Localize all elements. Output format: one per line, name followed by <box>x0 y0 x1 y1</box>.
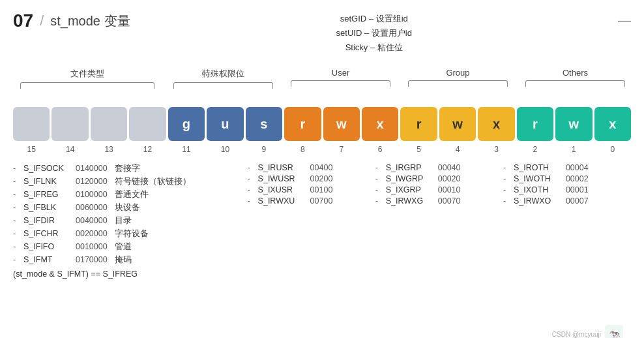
bracket-filetype-label: 文件类型 <box>70 68 104 80</box>
row-octal: 00700 <box>310 196 344 206</box>
row-symbol: S_IFDIR <box>23 216 70 225</box>
row-symbol: S_IFREG <box>23 190 70 199</box>
row-dash: - <box>13 177 18 186</box>
num-cell-1: 14 <box>51 145 88 154</box>
table-footer: (st_mode & S_IFMT) == S_IFREG <box>13 269 248 279</box>
row-symbol: S_IXUSR <box>258 185 305 194</box>
row-symbol: S_IWUSR <box>258 174 305 183</box>
row-desc: 套接字 <box>115 163 140 174</box>
table-row: -S_IXOTH00001 <box>503 185 631 194</box>
cell-3 <box>129 107 166 141</box>
cell-10: r <box>400 107 437 141</box>
row-octal: 0020000 <box>76 229 110 238</box>
num-cell-4: 11 <box>168 145 205 154</box>
table-row: -S_IRGRP00040 <box>375 163 503 172</box>
row-octal: 0100000 <box>76 190 110 199</box>
bracket-container: 文件类型 特殊权限位 User Group <box>13 67 631 94</box>
num-cell-8: 7 <box>323 145 360 154</box>
row-desc: 管道 <box>115 241 132 253</box>
cell-9: x <box>362 107 398 141</box>
minimize-button[interactable]: — <box>618 13 631 28</box>
row-octal: 0040000 <box>76 216 110 225</box>
table-col3: -S_IRGRP00040-S_IWGRP00020-S_IXGRP00010-… <box>375 163 503 279</box>
header-center-text: setGID – 设置组id setUID – 设置用户id Sticky – … <box>336 12 412 55</box>
num-cell-15: 0 <box>594 145 631 154</box>
table-row: -S_IROTH00004 <box>503 163 631 172</box>
watermark-text: CSDN @mcyuuji <box>552 330 601 339</box>
bracket-special-label: 特殊权限位 <box>202 68 244 80</box>
row-symbol: S_IRUSR <box>258 163 305 172</box>
row-symbol: S_IFIFO <box>23 242 70 251</box>
bracket-group-label: Group <box>446 68 469 78</box>
num-cell-12: 3 <box>478 145 514 154</box>
num-cell-9: 6 <box>362 145 398 154</box>
row-symbol: S_IFCHR <box>23 229 70 238</box>
cell-15: x <box>594 107 631 141</box>
cell-14: w <box>555 107 592 141</box>
row-desc: 目录 <box>115 215 132 226</box>
num-cell-2: 13 <box>91 145 127 154</box>
row-symbol: S_IXGRP <box>386 185 433 194</box>
table-row: -S_IXUSR00100 <box>248 185 375 194</box>
header-line1: setGID – 设置组id <box>336 12 412 26</box>
cell-11: w <box>439 107 476 141</box>
row-symbol: S_IRWXO <box>514 196 561 206</box>
header-line2: setUID – 设置用户id <box>336 26 412 40</box>
table-row: -S_IFSOCK0140000套接字 <box>13 163 248 174</box>
row-dash: - <box>13 216 18 225</box>
cell-0 <box>13 107 50 141</box>
table-row: -S_IWOTH00002 <box>503 174 631 183</box>
num-cell-11: 4 <box>439 145 476 154</box>
row-octal: 0170000 <box>76 255 110 264</box>
title-slash: / <box>40 12 44 29</box>
cell-13: r <box>517 107 553 141</box>
row-symbol: S_IROTH <box>514 163 561 172</box>
title-area: 07 / st_mode 变量 <box>13 10 130 31</box>
row-dash: - <box>13 164 18 173</box>
row-symbol: S_IFSOCK <box>23 164 70 173</box>
row-dash: - <box>13 229 18 238</box>
row-octal: 00007 <box>566 196 600 206</box>
bracket-special: 特殊权限位 <box>168 67 279 94</box>
row-desc: 字符设备 <box>115 228 149 239</box>
row-symbol: S_IRWXU <box>258 196 305 206</box>
row-symbol: S_IFBLK <box>23 203 70 212</box>
table-row: -S_IRWXG00070 <box>375 196 503 206</box>
row-dash: - <box>13 203 18 212</box>
row-dash: - <box>13 255 18 264</box>
row-dash: - <box>13 190 18 199</box>
row-dash: - <box>503 174 508 183</box>
row-symbol: S_IFLNK <box>23 177 70 186</box>
row-octal: 0140000 <box>76 164 110 173</box>
row-dash: - <box>375 196 381 206</box>
num-cell-13: 2 <box>517 145 553 154</box>
cells-row: gusrwxrwxrwx <box>13 107 631 141</box>
table-row: -S_IXGRP00010 <box>375 185 503 194</box>
row-octal: 00040 <box>438 163 472 172</box>
table-col4: -S_IROTH00004-S_IWOTH00002-S_IXOTH00001-… <box>503 163 631 279</box>
row-octal: 00004 <box>566 163 600 172</box>
table-col1: -S_IFSOCK0140000套接字-S_IFLNK0120000符号链接（软… <box>13 163 248 279</box>
row-octal: 00200 <box>310 174 344 183</box>
num-cell-6: 9 <box>246 145 282 154</box>
title-text: st_mode 变量 <box>50 12 130 30</box>
header-line3: Sticky – 粘住位 <box>336 40 412 55</box>
row-desc: 掩码 <box>115 254 132 266</box>
row-symbol: S_IWGRP <box>386 174 433 183</box>
num-cell-10: 5 <box>400 145 437 154</box>
cell-5: u <box>207 107 243 141</box>
row-symbol: S_IRGRP <box>386 163 433 172</box>
row-dash: - <box>503 185 508 194</box>
row-octal: 00010 <box>438 185 472 194</box>
numbers-row: 1514131211109876543210 <box>13 145 631 154</box>
row-symbol: S_IRWXG <box>386 196 433 206</box>
table-row: -S_IFREG0100000普通文件 <box>13 189 248 200</box>
row-desc: 普通文件 <box>115 189 149 200</box>
table-row: -S_IFMT0170000掩码 <box>13 254 248 266</box>
table-row: -S_IFBLK0060000块设备 <box>13 202 248 213</box>
row-octal: 00100 <box>310 185 344 194</box>
num-cell-14: 1 <box>555 145 592 154</box>
row-desc: 块设备 <box>115 202 140 213</box>
bracket-group: Group <box>402 67 514 94</box>
row-dash: - <box>13 242 18 251</box>
